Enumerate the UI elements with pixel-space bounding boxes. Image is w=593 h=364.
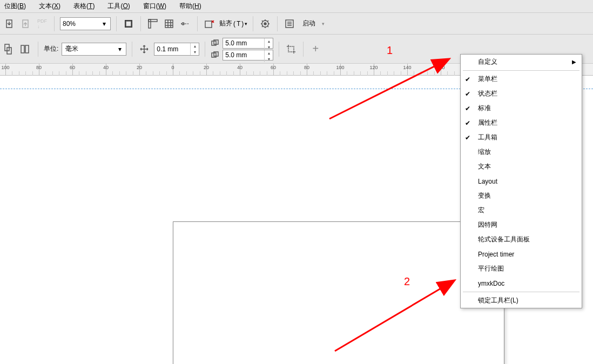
- ruler-label: 80: [36, 65, 42, 70]
- ruler-label: 0: [171, 65, 174, 70]
- ctx-item-7[interactable]: Layout: [461, 174, 582, 188]
- check-icon: ✔: [465, 76, 470, 83]
- svg-point-10: [264, 23, 266, 25]
- export-icon[interactable]: [19, 17, 32, 30]
- submenu-arrow-icon: ▶: [572, 59, 576, 65]
- ctx-item-3[interactable]: ✔属性栏: [461, 116, 582, 130]
- units-combo[interactable]: 毫米 ▾: [62, 43, 126, 56]
- ctx-item-label: 属性栏: [478, 118, 497, 127]
- ctx-item-5[interactable]: 缩放: [461, 145, 582, 159]
- fullscreen-icon[interactable]: [122, 17, 135, 30]
- menu-text[interactable]: 文本(X): [39, 2, 60, 11]
- ctx-item-label: 平行绘图: [478, 264, 504, 273]
- menu-tools[interactable]: 工具(O): [107, 2, 130, 11]
- menubar: 位图(B) 文本(X) 表格(T) 工具(O) 窗口(W) 帮助(H): [0, 0, 593, 13]
- chevron-down-icon[interactable]: ▾: [322, 21, 325, 26]
- snap-off-icon[interactable]: [203, 17, 216, 30]
- landscape-orientation-icon[interactable]: [19, 43, 32, 56]
- menu-help[interactable]: 帮助(H): [179, 2, 201, 11]
- svg-rect-8: [205, 21, 212, 28]
- ctx-item-8[interactable]: 变换: [461, 188, 582, 203]
- grid-icon[interactable]: [163, 17, 176, 30]
- ctx-item-1[interactable]: ✔状态栏: [461, 86, 582, 101]
- spinner-buttons[interactable]: ▴▾: [190, 43, 199, 55]
- ctx-item-label: 因特网: [478, 220, 497, 230]
- ctx-item-label: Layout: [478, 178, 497, 185]
- check-icon: ✔: [465, 119, 470, 127]
- launcher-icon[interactable]: [283, 17, 296, 30]
- import-icon[interactable]: [3, 17, 16, 30]
- nudge-distance-input[interactable]: 0.1 mm ▴▾: [154, 43, 199, 56]
- chevron-down-icon[interactable]: ▾: [99, 19, 109, 29]
- ctx-customize[interactable]: 自定义 ▶: [461, 55, 582, 69]
- svg-rect-6: [165, 20, 173, 28]
- ctx-item-label: 缩放: [478, 147, 491, 157]
- ruler-label: 40: [237, 65, 242, 70]
- spinner-buttons[interactable]: ▴▾: [264, 38, 273, 50]
- duplicate-y-icon: [211, 51, 220, 59]
- snap-to-button[interactable]: 贴齐(T) ▾: [219, 19, 247, 28]
- ruler-label: 100: [1, 65, 9, 70]
- ruler-label: 120: [369, 65, 378, 70]
- ctx-item-label: 文本: [478, 162, 491, 171]
- duplicate-y-input[interactable]: 5.0 mm ▴▾: [223, 50, 273, 60]
- check-icon: ✔: [465, 90, 470, 98]
- ctx-item-9[interactable]: 宏: [461, 203, 582, 218]
- pdf-export-icon[interactable]: PDF↓: [36, 17, 49, 30]
- launch-button[interactable]: 启动: [299, 19, 319, 28]
- ruler-label: 100: [336, 65, 344, 70]
- menu-table[interactable]: 表格(T): [73, 2, 95, 11]
- ctx-lock-toolbars[interactable]: 锁定工具栏(L): [461, 293, 582, 308]
- ctx-item-11[interactable]: 轮式设备工具面板: [461, 232, 582, 247]
- ruler-label: 60: [271, 65, 276, 70]
- add-button[interactable]: +: [309, 43, 322, 56]
- options-icon[interactable]: [259, 17, 272, 30]
- ctx-item-label: 宏: [478, 206, 484, 215]
- duplicate-x-input[interactable]: 5.0 mm ▴▾: [223, 38, 273, 49]
- nudge-value: 0.1 mm: [157, 45, 178, 53]
- rulers-icon[interactable]: [146, 17, 159, 30]
- ruler-label: 20: [204, 65, 209, 70]
- check-icon: ✔: [465, 134, 470, 141]
- menu-window[interactable]: 窗口(W): [143, 2, 166, 11]
- svg-rect-14: [21, 45, 24, 53]
- ctx-item-label: 状态栏: [478, 89, 497, 98]
- ctx-item-0[interactable]: ✔菜单栏: [461, 72, 582, 86]
- ctx-item-label: 工具箱: [478, 133, 497, 142]
- check-icon: ✔: [465, 105, 470, 112]
- ctx-item-4[interactable]: ✔工具箱: [461, 130, 582, 145]
- ctx-item-6[interactable]: 文本: [461, 159, 582, 174]
- toolbar-context-menu[interactable]: 自定义 ▶ ✔菜单栏✔状态栏✔标准✔属性栏✔工具箱缩放文本Layout变换宏因特…: [460, 54, 582, 308]
- ctx-item-12[interactable]: Project timer: [461, 247, 582, 261]
- standard-toolbar: PDF↓ 80% ▾ 贴齐(T) ▾ 启动 ▾: [0, 13, 593, 35]
- ctx-item-label: ymxkDoc: [478, 280, 504, 287]
- units-label: 单位:: [44, 44, 58, 53]
- menu-bitmap[interactable]: 位图(B): [4, 2, 26, 11]
- ctx-item-label: 轮式设备工具面板: [478, 235, 530, 244]
- ruler-label: 140: [403, 65, 411, 70]
- dup-x-value: 5.0 mm: [225, 39, 247, 47]
- duplicate-x-icon: [211, 39, 220, 48]
- ruler-label: 20: [137, 65, 142, 70]
- units-value: 毫米: [65, 44, 78, 53]
- svg-rect-3: [126, 21, 131, 26]
- svg-rect-15: [25, 45, 29, 53]
- ctx-item-13[interactable]: 平行绘图: [461, 261, 582, 276]
- chevron-down-icon[interactable]: ▾: [115, 44, 125, 54]
- zoom-combo[interactable]: 80% ▾: [60, 17, 111, 30]
- dup-y-value: 5.0 mm: [225, 51, 247, 59]
- ctx-item-label: 标准: [478, 104, 491, 113]
- ctx-item-2[interactable]: ✔标准: [461, 101, 582, 116]
- ctx-item-14[interactable]: ymxkDoc: [461, 276, 582, 291]
- spinner-buttons[interactable]: ▴▾: [264, 50, 273, 62]
- ruler-label: 80: [304, 65, 309, 70]
- ruler-label: 60: [70, 65, 75, 70]
- ctx-item-label: 变换: [478, 191, 491, 200]
- guidelines-icon[interactable]: [179, 17, 192, 30]
- ctx-item-10[interactable]: 因特网: [461, 218, 582, 232]
- ruler-label: 160: [436, 65, 444, 70]
- svg-rect-5: [149, 19, 157, 22]
- portrait-orientation-icon[interactable]: [3, 43, 16, 56]
- nudge-distance-icon: [138, 43, 151, 56]
- crop-icon[interactable]: [285, 43, 298, 56]
